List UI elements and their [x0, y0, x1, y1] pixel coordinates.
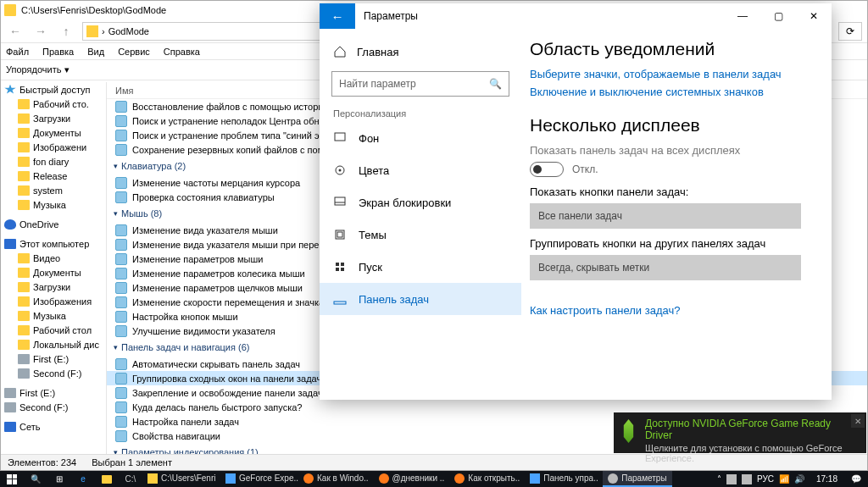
toast-close-button[interactable]: ✕ [851, 414, 865, 428]
sidebar-home[interactable]: Главная [320, 37, 521, 66]
sidebar-item[interactable]: Пуск [320, 251, 521, 283]
taskbar-task[interactable]: Как открыть.. [449, 471, 525, 487]
search-button[interactable]: 🔍 [24, 471, 47, 487]
sidebar-item-icon [333, 292, 347, 306]
taskbar-task[interactable]: Панель упра.. [525, 471, 603, 487]
explorer-pinned-icon[interactable] [95, 471, 119, 487]
forward-arrow-icon[interactable]: → [31, 22, 50, 41]
task-icon [147, 473, 158, 484]
nvidia-icon [620, 419, 637, 443]
svg-rect-7 [336, 263, 339, 266]
task-view-button[interactable]: ⊞ [47, 471, 71, 487]
link-select-icons[interactable]: Выберите значки, отображаемые в панели з… [530, 68, 813, 80]
link-system-icons[interactable]: Включение и выключение системных значков [530, 86, 813, 98]
back-arrow-icon[interactable]: ← [6, 22, 25, 41]
control-panel-item-icon [115, 282, 127, 294]
nav-item[interactable]: Release [1, 169, 106, 183]
folder-icon [86, 25, 98, 37]
control-panel-item-icon [115, 325, 127, 337]
nav-item[interactable]: Загрузки [1, 279, 106, 294]
dropdown-group-other[interactable]: Всегда, скрывать метки [530, 255, 801, 280]
nav-network[interactable]: Сеть [1, 419, 106, 434]
nav-item[interactable]: Изображени [1, 140, 106, 154]
toggle-show-on-all-displays[interactable]: Откл. [530, 162, 813, 177]
nav-item[interactable]: First (E:) [1, 351, 106, 366]
nav-item[interactable]: Рабочий сто. [1, 97, 106, 111]
settings-window: ← Параметры — ▢ ✕ Главная Найти параметр… [320, 3, 832, 400]
menu-file[interactable]: Файл [6, 47, 29, 57]
control-panel-item-icon [115, 115, 127, 127]
nav-item[interactable]: Локальный дис [1, 337, 106, 351]
refresh-button[interactable]: ⟳ [838, 22, 862, 41]
taskbar-clock[interactable]: 17:18 [810, 474, 844, 484]
tray-language-indicator[interactable]: РУС [757, 474, 774, 484]
action-center-button[interactable]: 💬 [844, 471, 868, 487]
sidebar-item[interactable]: Экран блокировки [320, 186, 521, 219]
nav-quick-access[interactable]: Быстрый доступ [1, 82, 106, 97]
tray-network-icon[interactable]: 📶 [779, 474, 789, 484]
control-panel-item-icon [115, 373, 127, 385]
task-icon [225, 473, 236, 484]
taskbar-task[interactable]: Как в Windo.. [298, 471, 374, 487]
sidebar-item[interactable]: Панель задач [320, 283, 521, 315]
toast-title: Доступно NVIDIA GeForce Game Ready Drive… [645, 418, 860, 441]
menu-edit[interactable]: Правка [42, 47, 74, 57]
sidebar-item-icon [333, 131, 347, 145]
taskbar-task[interactable]: @дневники .. [374, 471, 450, 487]
nav-item[interactable]: Изображения [1, 294, 106, 308]
cmd-pinned-icon[interactable]: C:\ [119, 471, 142, 487]
nav-onedrive[interactable]: OneDrive [1, 217, 106, 231]
nav-item[interactable]: system [1, 183, 106, 197]
sidebar-item[interactable]: Цвета [320, 154, 521, 186]
tray-volume-icon[interactable]: 🔊 [794, 474, 804, 484]
explorer-nav-pane[interactable]: Быстрый доступ Рабочий сто.ЗагрузкиДокум… [1, 82, 107, 454]
nav-this-pc[interactable]: Этот компьютер [1, 236, 106, 251]
minimize-button[interactable]: — [725, 3, 760, 29]
nav-item[interactable]: fon diary [1, 154, 106, 169]
sidebar-item-icon [333, 196, 347, 209]
tray-icon[interactable] [742, 474, 752, 484]
nav-drive-e[interactable]: First (E:) [1, 385, 106, 400]
search-icon: 🔍 [489, 78, 502, 90]
nav-item[interactable]: Загрузки [1, 111, 106, 125]
toggle-state-label: Откл. [572, 163, 598, 175]
settings-titlebar[interactable]: ← Параметры — ▢ ✕ [320, 3, 832, 29]
nav-item[interactable]: Документы [1, 265, 106, 279]
nav-item[interactable]: Документы [1, 125, 106, 140]
nav-item[interactable]: Second (F:) [1, 366, 106, 380]
link-how-to-configure[interactable]: Как настроить панели задач? [530, 304, 813, 317]
sidebar-item[interactable]: Темы [320, 219, 521, 251]
taskbar-task[interactable]: GeForce Expe.. [220, 471, 298, 487]
taskbar-task[interactable]: C:\Users\Fenri [142, 471, 220, 487]
organize-button[interactable]: Упорядочить ▾ [6, 64, 70, 75]
up-arrow-icon[interactable]: ↑ [57, 22, 75, 41]
nav-item[interactable]: Видео [1, 251, 106, 265]
nav-drive-f[interactable]: Second (F:) [1, 400, 106, 414]
nav-item[interactable]: Музыка [1, 308, 106, 323]
control-panel-item-icon [115, 144, 127, 156]
tray-icon[interactable] [726, 474, 737, 484]
tray-chevron-up-icon[interactable]: ˄ [717, 474, 721, 484]
close-button[interactable]: ✕ [796, 3, 832, 29]
svg-rect-9 [336, 268, 339, 271]
home-icon [333, 45, 347, 58]
menu-view[interactable]: Вид [87, 47, 104, 57]
start-button[interactable] [0, 471, 24, 487]
maximize-button[interactable]: ▢ [760, 3, 796, 29]
toast-body: Щелкните для установки с помощью GeForce… [645, 443, 860, 463]
taskbar-task[interactable]: Параметры [603, 471, 671, 487]
menu-help[interactable]: Справка [164, 47, 200, 57]
dropdown-taskbar-buttons[interactable]: Все панели задач [530, 203, 801, 229]
settings-search-input[interactable]: Найти параметр 🔍 [331, 71, 509, 97]
nav-item[interactable]: Рабочий стол [1, 323, 106, 337]
task-icon [303, 473, 314, 484]
sidebar-item-icon [333, 260, 347, 274]
edge-pinned-icon[interactable]: e [71, 471, 95, 487]
nav-item[interactable]: Музыка [1, 197, 106, 212]
control-panel-item-icon [115, 358, 127, 370]
menu-service[interactable]: Сервис [118, 47, 150, 57]
back-button[interactable]: ← [320, 3, 355, 29]
nvidia-notification-toast[interactable]: Доступно NVIDIA GeForce Game Ready Drive… [614, 412, 866, 453]
system-tray[interactable]: ˄ РУС 📶 🔊 [712, 474, 810, 484]
sidebar-item[interactable]: Фон [320, 122, 521, 154]
